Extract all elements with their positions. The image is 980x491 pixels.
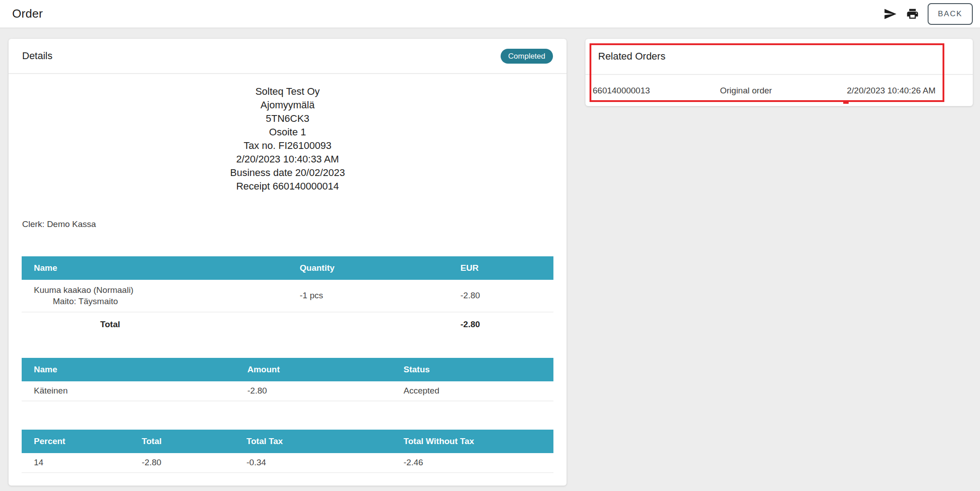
payment-row: Käteinen -2.80 Accepted (22, 381, 553, 401)
tax-table-header-row: Percent Total Total Tax Total Without Ta… (22, 430, 553, 453)
payments-col-name: Name (22, 358, 247, 381)
items-total-value: -2.80 (460, 312, 553, 337)
item-eur: -2.80 (460, 280, 553, 312)
item-name: Kuuma kaakao (Normaali) (34, 284, 296, 296)
tax-percent: 14 (22, 453, 142, 473)
send-button[interactable] (882, 6, 898, 22)
topbar-actions: BACK (882, 3, 973, 25)
tax-col-total-without-tax: Total Without Tax (404, 430, 553, 453)
item-name-cell: Kuuma kaakao (Normaali) Maito: Täysmaito (22, 280, 300, 312)
related-order-type: Original order (720, 86, 847, 96)
receipt-header-block: Solteq Test Oy Ajomyymälä 5TN6CK3 Osoite… (9, 85, 567, 193)
clerk-line: Clerk: Demo Kassa (22, 219, 567, 229)
payments-table-header-row: Name Amount Status (22, 358, 553, 381)
items-total-label: Total (22, 312, 300, 337)
tax-total-without-tax: -2.46 (404, 453, 553, 473)
related-order-number: 660140000013 (593, 86, 720, 96)
tax-number: Tax no. FI26100093 (9, 139, 567, 153)
items-total-row: Total -2.80 (22, 312, 553, 337)
related-orders-header: Related Orders (585, 39, 973, 75)
items-table: Name Quantity EUR Kuuma kaakao (Normaali… (22, 256, 553, 337)
items-col-eur: EUR (460, 256, 553, 280)
main-content: Details Completed Solteq Test Oy Ajomyym… (0, 28, 980, 486)
print-button[interactable] (905, 6, 920, 22)
payments-col-amount: Amount (247, 358, 404, 381)
related-order-row[interactable]: 660140000013 Original order 2/20/2023 10… (585, 75, 973, 106)
page-title: Order (12, 7, 43, 21)
send-icon (883, 7, 897, 21)
tax-col-total: Total (142, 430, 246, 453)
payment-amount: -2.80 (247, 381, 404, 401)
details-card-header: Details Completed (9, 39, 567, 74)
items-col-quantity: Quantity (300, 256, 460, 280)
payments-table: Name Amount Status Käteinen -2.80 Accept… (22, 358, 553, 401)
related-order-timestamp: 2/20/2023 10:40:26 AM (847, 86, 973, 96)
tax-total: -2.80 (142, 453, 246, 473)
item-quantity: -1 pcs (300, 280, 460, 312)
top-bar: Order BACK (0, 0, 980, 28)
order-details-card: Details Completed Solteq Test Oy Ajomyym… (9, 39, 567, 486)
payment-name: Käteinen (22, 381, 247, 401)
printer-icon (906, 7, 919, 20)
tax-table: Percent Total Total Tax Total Without Ta… (22, 430, 553, 473)
store-address: Osoite 1 (9, 125, 567, 139)
item-row: Kuuma kaakao (Normaali) Maito: Täysmaito… (22, 280, 553, 312)
items-col-name: Name (22, 256, 300, 280)
store-name: Solteq Test Oy (9, 85, 567, 98)
payments-col-status: Status (404, 358, 553, 381)
payment-status: Accepted (404, 381, 553, 401)
back-button[interactable]: BACK (928, 3, 973, 25)
status-badge: Completed (501, 49, 553, 64)
related-orders-title: Related Orders (598, 51, 665, 62)
receipt-number: Receipt 660140000014 (9, 180, 567, 193)
tax-row: 14 -2.80 -0.34 -2.46 (22, 453, 553, 473)
item-modifier: Maito: Täysmaito (34, 296, 296, 307)
tax-total-tax: -0.34 (246, 453, 404, 473)
tax-col-total-tax: Total Tax (246, 430, 404, 453)
store-code: 5TN6CK3 (9, 112, 567, 125)
business-date: Business date 20/02/2023 (9, 166, 567, 180)
items-table-header-row: Name Quantity EUR (22, 256, 553, 280)
tax-col-percent: Percent (22, 430, 142, 453)
order-timestamp: 2/20/2023 10:40:33 AM (9, 153, 567, 166)
store-unit: Ajomyymälä (9, 98, 567, 112)
details-title: Details (22, 50, 52, 62)
related-orders-card: Related Orders 660140000013 Original ord… (585, 39, 973, 106)
